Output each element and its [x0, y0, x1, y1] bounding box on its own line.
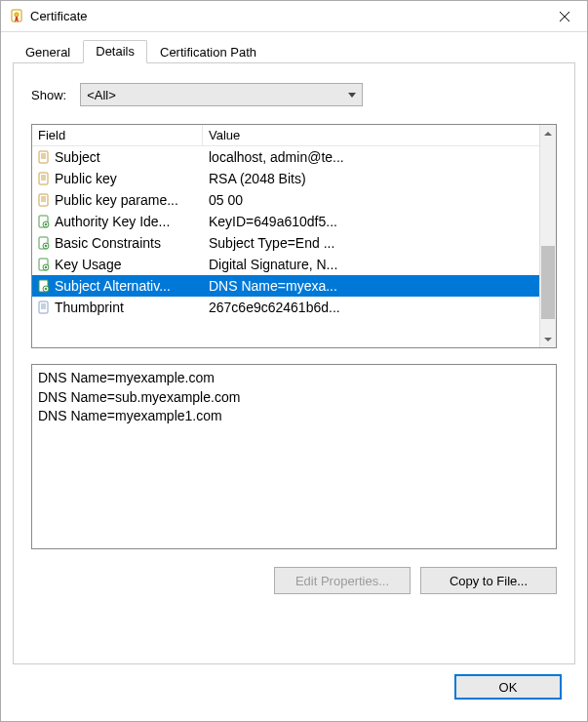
- show-dropdown-value: <All>: [87, 88, 348, 102]
- svg-point-1: [15, 12, 19, 16]
- scroll-track[interactable]: [540, 141, 556, 331]
- svg-rect-4: [39, 151, 48, 163]
- svg-rect-28: [39, 301, 48, 313]
- chevron-down-icon: [348, 93, 356, 98]
- field-value: RSA (2048 Bits): [203, 171, 539, 186]
- field-name: Subject: [55, 149, 100, 165]
- copy-to-file-button[interactable]: Copy to File...: [420, 567, 557, 594]
- tab-details[interactable]: Details: [83, 40, 147, 63]
- svg-rect-8: [39, 173, 48, 184]
- field-list: Field Value Subjectlocalhost, admin@te..…: [31, 124, 557, 348]
- footer: OK: [13, 664, 575, 711]
- scroll-down-button[interactable]: [540, 331, 556, 347]
- field-icon: [36, 257, 52, 272]
- titlebar: Certificate: [1, 1, 587, 32]
- tab-general[interactable]: General: [13, 41, 83, 63]
- chevron-down-icon: [544, 338, 552, 341]
- field-icon: [36, 214, 52, 229]
- field-name: Thumbprint: [55, 300, 124, 315]
- svg-rect-18: [45, 223, 47, 225]
- detail-panel[interactable]: DNS Name=myexample.com DNS Name=sub.myex…: [31, 364, 557, 549]
- window-title: Certificate: [30, 9, 542, 23]
- field-name: Public key parame...: [55, 192, 178, 208]
- field-icon: [36, 171, 52, 186]
- show-row: Show: <All>: [31, 83, 557, 106]
- field-name: Key Usage: [55, 257, 121, 272]
- list-header: Field Value: [32, 125, 539, 146]
- scrollbar[interactable]: [539, 125, 556, 347]
- certificate-dialog: Certificate General Details Certificatio…: [0, 0, 588, 722]
- list-row[interactable]: Authority Key Ide...KeyID=649a610df5...: [32, 211, 539, 232]
- field-icon: [36, 278, 52, 294]
- show-dropdown[interactable]: <All>: [80, 83, 363, 106]
- dialog-body: General Details Certification Path Show:…: [1, 32, 587, 721]
- button-row: Edit Properties... Copy to File...: [31, 567, 557, 594]
- column-header-value[interactable]: Value: [203, 125, 539, 145]
- scroll-up-button[interactable]: [540, 125, 556, 141]
- close-button[interactable]: [542, 1, 587, 32]
- edit-properties-button: Edit Properties...: [274, 567, 411, 594]
- list-row[interactable]: Subjectlocalhost, admin@te...: [32, 146, 539, 168]
- field-name: Public key: [55, 171, 117, 186]
- field-value: localhost, admin@te...: [203, 149, 539, 165]
- certificate-icon: [9, 9, 24, 24]
- field-value: Subject Type=End ...: [203, 235, 539, 251]
- field-icon: [36, 149, 52, 165]
- field-name: Basic Constraints: [55, 235, 161, 251]
- chevron-up-icon: [544, 132, 552, 136]
- tab-certification-path[interactable]: Certification Path: [147, 41, 269, 63]
- svg-rect-21: [45, 245, 47, 247]
- field-value: 267c6e9c62461b6d...: [203, 300, 539, 315]
- column-header-field[interactable]: Field: [32, 125, 203, 145]
- scroll-thumb[interactable]: [541, 246, 555, 320]
- list-row[interactable]: Key UsageDigital Signature, N...: [32, 254, 539, 275]
- list-rows: Subjectlocalhost, admin@te...Public keyR…: [32, 146, 539, 347]
- close-icon: [560, 12, 569, 21]
- list-row[interactable]: Basic ConstraintsSubject Type=End ...: [32, 232, 539, 254]
- tabpage-details: Show: <All> Field Value Subjectlocalhost…: [13, 63, 575, 664]
- svg-rect-24: [45, 266, 47, 268]
- field-name: Authority Key Ide...: [55, 214, 170, 229]
- tabstrip: General Details Certification Path: [13, 40, 575, 63]
- field-icon: [36, 235, 52, 251]
- field-icon: [36, 300, 52, 315]
- ok-button[interactable]: OK: [454, 674, 562, 700]
- svg-rect-12: [39, 194, 48, 206]
- list-row[interactable]: Public key parame...05 00: [32, 189, 539, 211]
- list-row[interactable]: Thumbprint267c6e9c62461b6d...: [32, 297, 539, 318]
- list-row[interactable]: Subject Alternativ...DNS Name=myexa...: [32, 275, 539, 297]
- field-name: Subject Alternativ...: [55, 278, 171, 294]
- field-value: 05 00: [203, 192, 539, 208]
- list-row[interactable]: Public keyRSA (2048 Bits): [32, 168, 539, 189]
- svg-rect-27: [45, 288, 47, 290]
- show-label: Show:: [31, 88, 66, 102]
- field-value: DNS Name=myexa...: [203, 278, 539, 294]
- field-icon: [36, 192, 52, 208]
- field-value: KeyID=649a610df5...: [203, 214, 539, 229]
- field-value: Digital Signature, N...: [203, 257, 539, 272]
